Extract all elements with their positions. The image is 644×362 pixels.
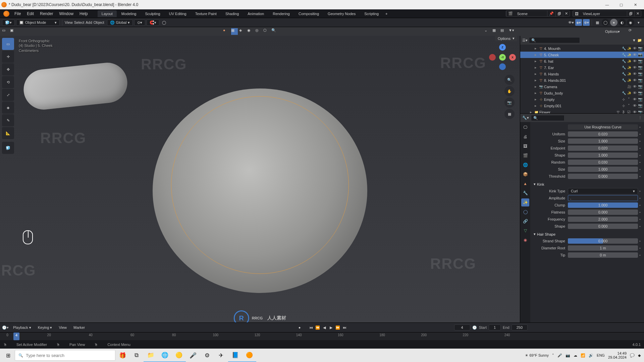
rotate-tool[interactable]: ⟲ bbox=[2, 76, 14, 88]
timeline-marker[interactable]: Marker bbox=[71, 324, 87, 330]
outliner-filter-icon[interactable]: ▼ bbox=[632, 38, 636, 42]
ptab-output[interactable]: 🖨 bbox=[521, 133, 529, 141]
preview-range-icon[interactable]: 🕓 bbox=[472, 325, 477, 330]
prop-value-threshold[interactable]: 0.000 bbox=[568, 174, 638, 179]
row-menu-icon[interactable]: • bbox=[638, 224, 641, 228]
ptab-world[interactable]: 🌐 bbox=[521, 161, 529, 169]
ptab-scene[interactable]: 🎬 bbox=[521, 152, 529, 160]
timeline-ruler[interactable]: 4 020406080100120140160180200220240 bbox=[0, 332, 644, 340]
taskbar-settings-icon[interactable]: ⚙ bbox=[200, 349, 214, 362]
prop-value-size[interactable]: 1.000 bbox=[568, 167, 638, 172]
header-right-3[interactable]: ▤ bbox=[500, 28, 507, 35]
weather-widget[interactable]: ☀ 69°F Sunny bbox=[525, 353, 549, 358]
cam-icon[interactable]: 📷 bbox=[638, 65, 643, 70]
tab-layout[interactable]: Layout bbox=[98, 10, 117, 17]
header-right-1[interactable]: ⌄ bbox=[484, 28, 491, 35]
row-menu-icon[interactable]: • bbox=[638, 139, 641, 143]
axis-neg-x[interactable] bbox=[489, 54, 496, 61]
maximize-button[interactable]: ▢ bbox=[617, 3, 625, 7]
properties-search-input[interactable] bbox=[531, 115, 565, 121]
viewport-menu-view[interactable]: View bbox=[65, 20, 73, 24]
cam-icon[interactable]: 📷 bbox=[638, 84, 643, 89]
rendered-shading-icon[interactable]: ◉ bbox=[627, 19, 634, 26]
tray-udemy-icon[interactable]: ◆ bbox=[638, 353, 641, 358]
header-icon-a[interactable]: ◈ bbox=[239, 28, 246, 35]
eye-icon[interactable]: 👁 bbox=[632, 65, 637, 70]
windows-search[interactable]: 🔍 bbox=[15, 350, 115, 361]
prop-value-frequency[interactable]: 2.000 bbox=[568, 217, 638, 222]
tray-cloud-icon[interactable]: ☁ bbox=[574, 353, 577, 358]
expand-icon[interactable]: ▸ bbox=[535, 104, 538, 108]
play-icon[interactable]: ▶ bbox=[328, 324, 334, 330]
taskbar-word-icon[interactable]: 📘 bbox=[228, 349, 242, 362]
outliner-item-empty[interactable]: ▸⊹Empty⊹˅👁📷 bbox=[520, 96, 644, 103]
outliner-item-camera[interactable]: ▸📷Camera🎥👁📷 bbox=[520, 83, 644, 90]
axis-x[interactable]: X bbox=[509, 54, 516, 61]
expand-icon[interactable]: ▸ bbox=[530, 110, 533, 113]
cursor-tool[interactable]: ✛ bbox=[2, 51, 14, 63]
expand-icon[interactable]: ▸ bbox=[535, 59, 538, 63]
prop-value-strand-shape[interactable]: 0.000 bbox=[568, 238, 638, 244]
tab-compositing[interactable]: Compositing bbox=[294, 10, 323, 17]
cam-icon[interactable]: 📷 bbox=[638, 78, 643, 82]
tray-volume-icon[interactable]: 🔊 bbox=[589, 353, 593, 358]
cam-icon[interactable]: 📷 bbox=[638, 91, 643, 95]
header-icon-d[interactable]: ⬡ bbox=[263, 28, 270, 35]
chev-icon[interactable]: ˅ bbox=[627, 97, 631, 102]
axis-neg-z[interactable] bbox=[499, 63, 506, 70]
new-scene-icon[interactable]: 🗐 bbox=[555, 11, 563, 16]
row-menu-icon[interactable]: • bbox=[638, 253, 641, 257]
wireframe-shading-icon[interactable]: ◯ bbox=[602, 19, 609, 26]
end-frame-input[interactable]: 250 bbox=[512, 324, 528, 330]
tray-chevron-icon[interactable]: ˄ bbox=[552, 353, 554, 358]
outliner-item-7-ear[interactable]: ▸▽7. Ear🔧✨👁📷 bbox=[520, 64, 644, 71]
row-menu-icon[interactable]: • bbox=[638, 203, 641, 207]
jump-end-icon[interactable]: ⏭ bbox=[341, 324, 347, 330]
tray-notification-icon[interactable]: 💬 bbox=[630, 353, 635, 358]
expand-icon[interactable]: ▸ bbox=[535, 65, 538, 70]
tab-scripting[interactable]: Scripting bbox=[360, 10, 383, 17]
viewlayer-icon[interactable]: 🖼 bbox=[573, 11, 580, 16]
cam-icon[interactable]: 📷 bbox=[638, 104, 643, 108]
play-reverse-icon[interactable]: ◀ bbox=[321, 324, 327, 330]
delete-viewlayer-icon[interactable]: ✕ bbox=[634, 11, 641, 16]
row-menu-icon[interactable]: • bbox=[638, 167, 641, 171]
tab-uv[interactable]: UV Editing bbox=[165, 10, 191, 17]
xray-icon[interactable]: ▦ bbox=[594, 19, 601, 26]
outliner-item-8-hands[interactable]: ▸▽8. Hands🔧✨👁📷 bbox=[520, 71, 644, 77]
matprev-shading-icon[interactable]: ◐ bbox=[619, 19, 626, 26]
row-menu-icon[interactable]: • bbox=[638, 210, 641, 214]
ptab-render[interactable]: 🖵 bbox=[521, 123, 529, 131]
prop-value-flatness[interactable]: 0.000 bbox=[568, 209, 638, 215]
current-frame-input[interactable]: 4 bbox=[454, 324, 470, 330]
taskbar-gift-icon[interactable]: 🎁 bbox=[115, 349, 129, 362]
viewport-options-dropdown[interactable]: Options▾ bbox=[605, 29, 620, 34]
jump-start-icon[interactable]: ⏮ bbox=[308, 324, 314, 330]
gizmo-icon[interactable]: ◈▾ bbox=[575, 19, 582, 26]
interaction-mode-dropdown[interactable]: 🔲Object Mode▾ bbox=[16, 19, 60, 26]
cam-icon[interactable]: 📷 bbox=[638, 72, 643, 76]
kink-panel-header[interactable]: ▾ Kink bbox=[534, 180, 641, 187]
prop-value-size[interactable]: 1.000 bbox=[568, 138, 638, 144]
hairshape-panel-header[interactable]: ▾ Hair Shape bbox=[534, 230, 641, 237]
snap-dropdown[interactable]: 🧲▾ bbox=[147, 19, 159, 26]
axis-z[interactable]: Z bbox=[499, 44, 506, 51]
cam-icon[interactable]: 📷 bbox=[638, 59, 643, 63]
expand-icon[interactable]: ▸ bbox=[535, 91, 538, 95]
cam-icon[interactable]: 📷 bbox=[638, 46, 643, 51]
eye-icon[interactable]: 👁 bbox=[632, 46, 637, 51]
row-menu-icon[interactable]: • bbox=[638, 196, 641, 200]
tray-mic-icon[interactable]: 🎤 bbox=[557, 353, 562, 358]
taskbar-mic-icon[interactable]: 🎤 bbox=[186, 349, 200, 362]
outliner-item-6-hat[interactable]: ▸▽6. hat🔧✨👁📷 bbox=[520, 58, 644, 64]
orange-sphere-icon[interactable]: ● bbox=[223, 28, 230, 35]
eye-icon[interactable]: 👁 bbox=[632, 110, 637, 113]
prop-value-shape[interactable]: 1.000 bbox=[568, 153, 638, 158]
prop-value-diameter-root[interactable]: 1 m bbox=[568, 245, 638, 251]
viewlayer-selector[interactable]: 🖼 ViewLayer 🗐 ✕ bbox=[573, 10, 641, 17]
row-menu-icon[interactable]: • bbox=[638, 160, 641, 164]
autokey-icon[interactable]: ● bbox=[297, 324, 303, 330]
tab-geonodes[interactable]: Geometry Nodes bbox=[324, 10, 360, 17]
task-view-icon[interactable]: ⧉ bbox=[129, 349, 144, 362]
perspective-toggle-icon[interactable]: ▦ bbox=[504, 109, 515, 119]
